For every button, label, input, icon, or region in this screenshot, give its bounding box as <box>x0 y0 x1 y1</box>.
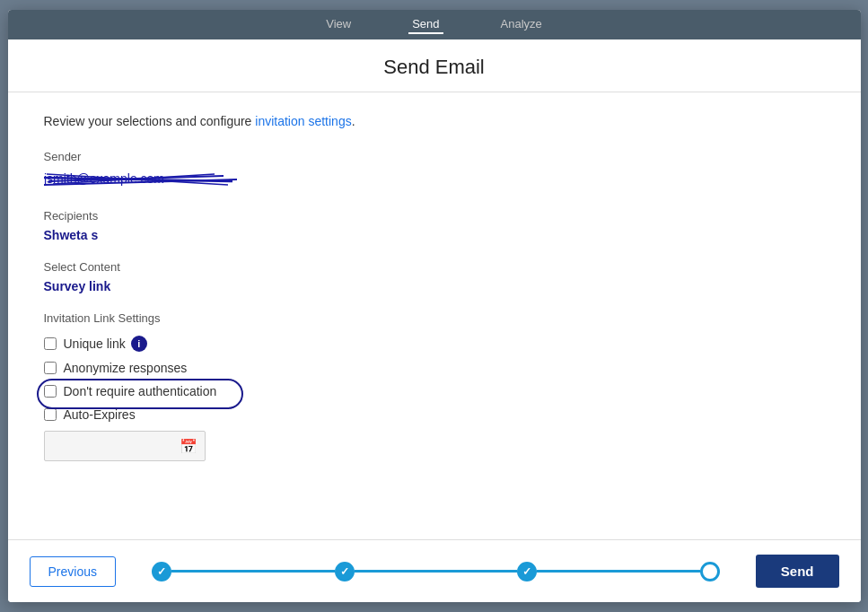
recipients-value: Shweta s <box>44 228 825 242</box>
tab-view[interactable]: View <box>322 15 355 34</box>
step-1 <box>152 562 171 581</box>
step-4 <box>700 562 720 581</box>
invitation-settings-label: Invitation Link Settings <box>44 311 825 325</box>
previous-button[interactable]: Previous <box>30 556 116 587</box>
dont-require-auth-label: Don't require authentication <box>64 384 217 398</box>
sender-label: Sender <box>44 150 825 163</box>
modal-footer: Previous Send <box>8 539 861 602</box>
date-input-field[interactable]: 📅 <box>44 431 206 461</box>
dont-require-auth-checkbox[interactable] <box>44 385 57 398</box>
sender-value: jsmith@example.com <box>44 169 825 191</box>
anonymize-responses-row: Anonymize responses <box>44 361 825 375</box>
date-input-wrapper: 📅 <box>44 431 825 461</box>
progress-bar <box>116 562 756 581</box>
auto-expires-label: Auto-Expires <box>64 407 136 422</box>
send-email-modal: View Send Analyze Send Email Review your… <box>8 10 861 602</box>
sender-field: Sender jsmith@example.com <box>44 150 825 191</box>
recipients-label: Recipients <box>44 209 825 223</box>
modal-header: Send Email <box>8 39 861 92</box>
nav-tabs: View Send Analyze <box>8 10 861 39</box>
step-line-3 <box>537 570 700 573</box>
sender-email-scribble: jsmith@example.com <box>44 169 241 188</box>
anonymize-responses-label: Anonymize responses <box>64 361 188 375</box>
dont-require-auth-row: Don't require authentication <box>44 384 825 398</box>
send-button[interactable]: Send <box>756 555 839 588</box>
unique-link-label: Unique link <box>64 337 126 351</box>
step-2 <box>335 562 355 581</box>
calendar-icon: 📅 <box>180 438 197 455</box>
invitation-link-settings: Invitation Link Settings Unique link i A… <box>44 311 825 461</box>
invitation-settings-link[interactable]: invitation settings <box>255 114 351 128</box>
anonymize-responses-checkbox[interactable] <box>44 362 57 374</box>
intro-text: Review your selections and configure inv… <box>44 114 825 128</box>
select-content-field: Select Content Survey link <box>44 260 825 293</box>
recipients-field: Recipients Shweta s <box>44 209 825 242</box>
step-3 <box>517 562 537 581</box>
unique-link-info-icon[interactable]: i <box>131 336 147 352</box>
select-content-value: Survey link <box>44 279 825 293</box>
tab-send[interactable]: Send <box>408 15 443 34</box>
modal-body: Review your selections and configure inv… <box>8 92 861 539</box>
tab-analyze[interactable]: Analyze <box>497 15 546 34</box>
modal-title: Send Email <box>30 56 839 79</box>
step-line-2 <box>355 570 518 573</box>
unique-link-row: Unique link i <box>44 336 825 352</box>
auto-expires-row: Auto-Expires <box>44 407 825 422</box>
step-line-1 <box>171 570 335 573</box>
select-content-label: Select Content <box>44 260 825 274</box>
unique-link-checkbox[interactable] <box>44 337 57 350</box>
auto-expires-checkbox[interactable] <box>44 408 57 421</box>
